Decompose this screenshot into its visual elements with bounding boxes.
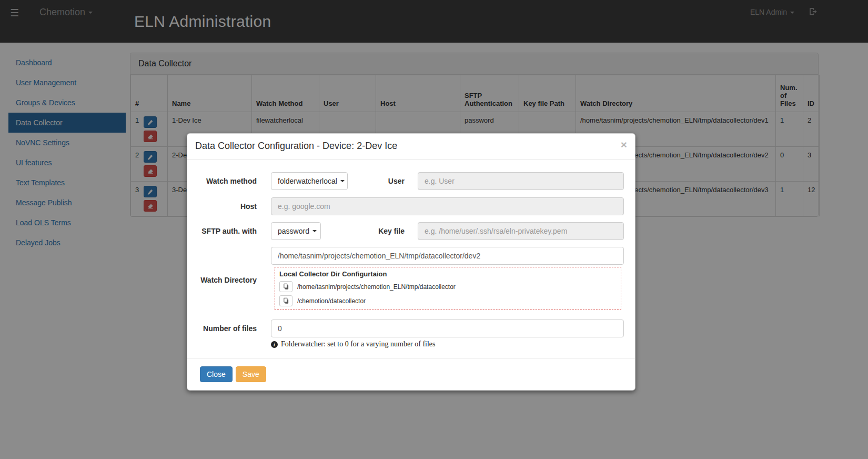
- copy-path-button[interactable]: [279, 281, 292, 292]
- list-item: /chemotion/datacollector: [279, 295, 617, 306]
- number-of-files-field[interactable]: [271, 320, 624, 337]
- modal-body: Watch method folderwatcherlocal User Hos…: [187, 159, 635, 359]
- sftp-auth-dropdown[interactable]: password: [271, 222, 321, 240]
- watch-method-value: folderwatcherlocal: [278, 177, 337, 185]
- modal-title: Data Collector Configuration - Device: 2…: [195, 141, 397, 151]
- local-path: /home/tasnim/projects/chemotion_ELN/tmp/…: [297, 283, 456, 291]
- number-of-files-label: Number of files: [187, 320, 257, 337]
- save-button[interactable]: Save: [236, 366, 266, 382]
- help-text: Folderwatcher: set to 0 for a varying nu…: [281, 340, 436, 348]
- local-config-title: Local Collector Dir Configurtaion: [279, 270, 617, 278]
- local-collector-config-box: Local Collector Dir Configurtaion /home/…: [275, 267, 621, 310]
- watch-method-label: Watch method: [187, 172, 257, 190]
- clipboard-copy-icon: [283, 297, 289, 304]
- list-item: /home/tasnim/projects/chemotion_ELN/tmp/…: [279, 281, 617, 292]
- sftp-auth-label: SFTP auth. with: [187, 222, 257, 240]
- user-label: User: [335, 172, 405, 190]
- watch-directory-field[interactable]: [271, 247, 624, 265]
- watch-directory-label: Watch Directory: [187, 271, 257, 289]
- user-field[interactable]: [418, 172, 624, 190]
- chevron-down-icon: [312, 230, 317, 232]
- modal-header: Data Collector Configuration - Device: 2…: [187, 134, 635, 159]
- clipboard-copy-icon: [283, 283, 289, 290]
- copy-path-button[interactable]: [279, 295, 292, 306]
- local-path: /chemotion/datacollector: [297, 297, 366, 305]
- data-collector-config-modal: Data Collector Configuration - Device: 2…: [187, 133, 635, 391]
- host-label: Host: [187, 197, 257, 215]
- modal-footer: Close Save: [187, 358, 635, 390]
- close-button[interactable]: Close: [200, 366, 233, 382]
- info-icon: i: [271, 341, 278, 348]
- host-field[interactable]: [271, 197, 624, 215]
- key-file-label: Key file: [335, 222, 405, 240]
- close-icon[interactable]: ×: [621, 138, 627, 151]
- folderwatcher-help: i Folderwatcher: set to 0 for a varying …: [271, 340, 436, 348]
- key-file-field[interactable]: [418, 222, 624, 240]
- sftp-auth-value: password: [278, 227, 309, 235]
